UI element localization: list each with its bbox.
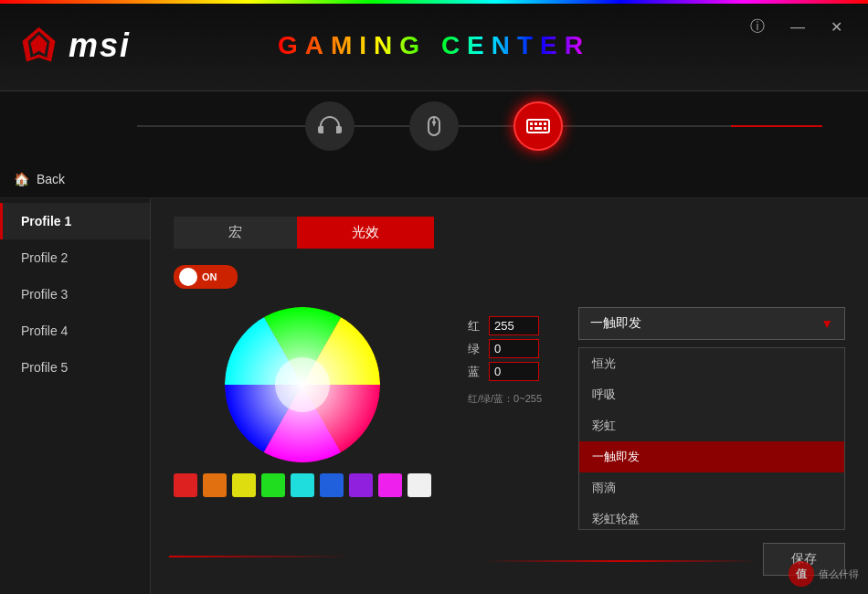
selected-effect-label: 一触即发 <box>590 315 641 332</box>
green-input[interactable] <box>489 339 539 358</box>
main-container: Profile 1 Profile 2 Profile 3 Profile 4 … <box>0 198 868 594</box>
content-area: 宏 光效 ON <box>151 198 868 594</box>
swatch-red[interactable] <box>174 473 197 497</box>
logo-text: msi <box>69 27 131 65</box>
svg-rect-4 <box>337 126 342 133</box>
profile1-label: Profile 1 <box>21 214 71 228</box>
back-button[interactable]: 🏠 Back <box>14 172 65 186</box>
green-label: 绿 <box>468 341 482 357</box>
on-off-toggle[interactable]: ON <box>174 265 238 289</box>
swatch-green[interactable] <box>261 473 285 497</box>
mouse-device-icon[interactable] <box>409 101 459 151</box>
effect-item-caihonglunpan[interactable]: 彩虹轮盘 <box>579 504 844 530</box>
device-nav <box>0 91 868 160</box>
chevron-down-icon: ▼ <box>820 316 833 331</box>
toggle-knob <box>179 268 197 286</box>
watermark-text: 值么什得 <box>819 567 859 581</box>
color-swatches <box>174 473 431 497</box>
keyboard-device-icon[interactable] <box>513 101 563 151</box>
tab-macro[interactable]: 宏 <box>174 217 297 249</box>
sidebar-item-profile3[interactable]: Profile 3 <box>0 276 150 313</box>
header: msi GAMING CENTER ⓘ — ✕ <box>0 0 868 91</box>
home-icon: 🏠 <box>14 172 29 186</box>
effect-item-huxi[interactable]: 呼吸 <box>579 379 844 410</box>
effect-list: 恒光 呼吸 彩虹 一触即发 雨滴 彩虹轮盘 涟漪 繁星 无痕 <box>578 347 845 530</box>
sidebar: Profile 1 Profile 2 Profile 3 Profile 4 … <box>0 198 151 594</box>
rgb-hint: 红/绿/蓝：0~255 <box>468 392 542 406</box>
tab-row: 宏 光效 <box>174 217 845 249</box>
deco-line-1 <box>168 556 352 557</box>
msi-dragon-icon <box>18 25 59 66</box>
rainbow-bar <box>0 0 868 4</box>
mouse-icon <box>420 112 448 140</box>
swatch-white[interactable] <box>408 473 431 497</box>
deco-line-2 <box>484 560 758 562</box>
profile5-label: Profile 5 <box>21 360 68 375</box>
red-label: 红 <box>468 318 482 334</box>
svg-rect-8 <box>527 120 549 133</box>
svg-rect-3 <box>318 126 323 133</box>
svg-rect-14 <box>535 127 542 130</box>
effect-item-caihong[interactable]: 彩虹 <box>579 410 844 441</box>
rgb-section: 红 绿 蓝 红/绿/蓝：0~255 <box>468 316 542 406</box>
profile4-label: Profile 4 <box>21 324 68 338</box>
logo-area: msi <box>18 25 131 66</box>
nav-accent-line <box>731 125 822 127</box>
back-label: Back <box>37 172 65 186</box>
swatch-cyan[interactable] <box>291 473 314 497</box>
toggle-row: ON <box>174 265 845 289</box>
window-controls: ⓘ — ✕ <box>743 14 850 40</box>
swatch-pink[interactable] <box>378 473 402 497</box>
watermark-icon: 值 <box>789 561 814 587</box>
svg-rect-13 <box>530 127 533 130</box>
svg-rect-9 <box>530 122 533 125</box>
tab-lighting[interactable]: 光效 <box>297 217 434 249</box>
effect-item-yichujifa[interactable]: 一触即发 <box>579 441 844 472</box>
app-title: GAMING CENTER <box>278 31 590 60</box>
back-bar: 🏠 Back <box>0 160 868 198</box>
svg-rect-11 <box>539 122 542 125</box>
swatch-purple[interactable] <box>349 473 373 497</box>
sidebar-item-profile2[interactable]: Profile 2 <box>0 239 150 276</box>
green-row: 绿 <box>468 339 542 358</box>
headset-device-icon[interactable] <box>305 101 355 151</box>
info-button[interactable]: ⓘ <box>743 14 772 40</box>
blue-input[interactable] <box>489 362 539 381</box>
headset-icon <box>316 112 344 140</box>
effect-item-yudi[interactable]: 雨滴 <box>579 472 844 504</box>
svg-point-19 <box>275 357 330 412</box>
profile3-label: Profile 3 <box>21 287 68 302</box>
svg-rect-15 <box>544 127 546 130</box>
color-area: 红 绿 蓝 红/绿/蓝：0~255 一触即发 ▼ <box>174 307 845 530</box>
svg-rect-12 <box>544 122 546 125</box>
profile2-label: Profile 2 <box>21 250 68 265</box>
red-row: 红 <box>468 316 542 335</box>
svg-rect-10 <box>535 122 537 125</box>
effect-dropdown[interactable]: 一触即发 ▼ <box>578 307 845 340</box>
swatch-orange[interactable] <box>203 473 227 497</box>
swatch-blue[interactable] <box>320 473 344 497</box>
close-button[interactable]: ✕ <box>823 15 850 39</box>
toggle-label: ON <box>202 271 217 282</box>
keyboard-icon <box>524 112 552 140</box>
color-wheel-container <box>174 307 431 497</box>
blue-label: 蓝 <box>468 364 482 380</box>
watermark: 值 值么什得 <box>789 561 859 587</box>
blue-row: 蓝 <box>468 362 542 381</box>
sidebar-item-profile1[interactable]: Profile 1 <box>0 203 150 239</box>
svg-point-7 <box>432 121 436 124</box>
effect-item-hengguang[interactable]: 恒光 <box>579 348 844 379</box>
color-wheel[interactable] <box>225 307 380 462</box>
sidebar-item-profile5[interactable]: Profile 5 <box>0 349 150 386</box>
effect-dropdown-area: 一触即发 ▼ 恒光 呼吸 彩虹 一触即发 雨滴 彩虹轮盘 涟漪 繁星 无痕 <box>578 307 845 530</box>
red-input[interactable] <box>489 316 539 335</box>
minimize-button[interactable]: — <box>783 16 812 39</box>
sidebar-item-profile4[interactable]: Profile 4 <box>0 313 150 349</box>
swatch-yellow[interactable] <box>232 473 256 497</box>
